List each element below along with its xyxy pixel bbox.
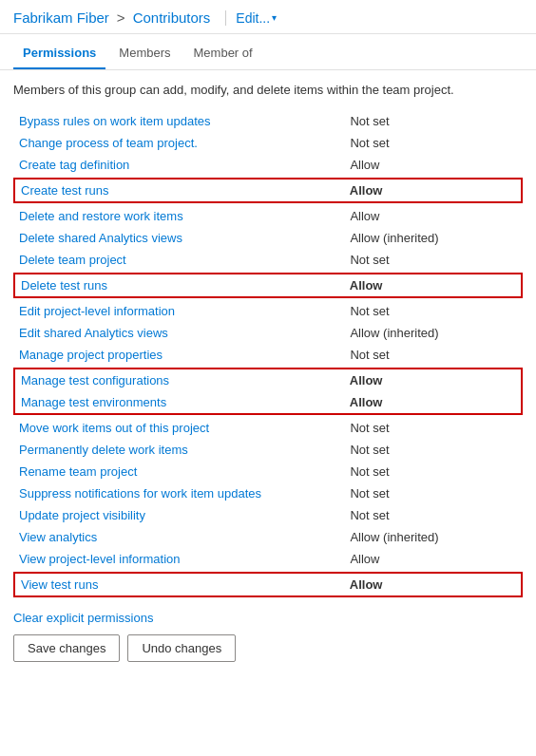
permission-value: Allow bbox=[344, 205, 523, 227]
permission-value: Not set bbox=[344, 132, 523, 154]
table-row: View project-level informationAllow bbox=[13, 548, 523, 570]
permission-name[interactable]: View project-level information bbox=[13, 548, 344, 570]
table-row: Create tag definitionAllow bbox=[13, 154, 523, 176]
group-description: Members of this group can add, modify, a… bbox=[13, 82, 523, 99]
permission-value: Not set bbox=[344, 439, 523, 461]
permission-value: Not set bbox=[344, 461, 523, 482]
table-row: Move work items out of this projectNot s… bbox=[13, 417, 523, 439]
tab-permissions[interactable]: Permissions bbox=[13, 38, 105, 69]
permission-value: Allow bbox=[344, 274, 521, 296]
breadcrumb-group[interactable]: Contributors bbox=[133, 9, 211, 26]
undo-button[interactable]: Undo changes bbox=[127, 634, 236, 662]
permission-name[interactable]: Suppress notifications for work item upd… bbox=[13, 482, 344, 504]
permission-value: Not set bbox=[344, 300, 523, 322]
header-edit-dropdown[interactable]: Edit... ▾ bbox=[225, 10, 277, 26]
permission-name[interactable]: Edit shared Analytics views bbox=[13, 322, 344, 344]
table-row: Suppress notifications for work item upd… bbox=[13, 482, 523, 504]
chevron-down-icon: ▾ bbox=[272, 12, 277, 23]
tabs-container: Permissions Members Member of bbox=[0, 38, 536, 70]
permission-name[interactable]: Create test runs bbox=[15, 180, 344, 201]
permission-value: Allow bbox=[344, 391, 521, 413]
permission-value: Allow bbox=[344, 154, 523, 176]
permission-value: Allow (inherited) bbox=[344, 322, 523, 344]
table-row: Update project visibilityNot set bbox=[13, 504, 523, 526]
table-row: Permanently delete work itemsNot set bbox=[13, 439, 523, 461]
permission-value: Allow bbox=[344, 369, 521, 391]
permission-name[interactable]: Change process of team project. bbox=[13, 132, 344, 154]
table-row: Rename team projectNot set bbox=[13, 461, 523, 482]
tab-members[interactable]: Members bbox=[109, 38, 180, 69]
edit-label: Edit... bbox=[236, 10, 270, 26]
permission-name[interactable]: Edit project-level information bbox=[13, 300, 344, 322]
permission-name[interactable]: Delete team project bbox=[13, 249, 344, 271]
table-row: Delete test runsAllow bbox=[15, 274, 521, 296]
table-row: Delete and restore work itemsAllow bbox=[13, 205, 523, 227]
permission-value: Not set bbox=[344, 344, 523, 366]
permission-name[interactable]: Delete shared Analytics views bbox=[13, 227, 344, 249]
permission-value: Not set bbox=[344, 417, 523, 439]
clear-permissions-link[interactable]: Clear explicit permissions bbox=[13, 611, 523, 625]
permission-value: Not set bbox=[344, 482, 523, 504]
table-row: Manage project propertiesNot set bbox=[13, 344, 523, 366]
permission-name[interactable]: Bypass rules on work item updates bbox=[13, 110, 344, 132]
permission-value: Allow (inherited) bbox=[344, 526, 523, 548]
table-row: View analyticsAllow (inherited) bbox=[13, 526, 523, 548]
permission-value: Not set bbox=[344, 110, 523, 132]
permission-value: Not set bbox=[344, 249, 523, 271]
breadcrumb-org[interactable]: Fabrikam Fiber bbox=[13, 9, 109, 26]
permission-name[interactable]: Move work items out of this project bbox=[13, 417, 344, 439]
permission-name[interactable]: Manage test configurations bbox=[15, 369, 344, 391]
permission-value: Allow bbox=[344, 574, 521, 595]
breadcrumb-separator: > bbox=[117, 9, 125, 26]
save-button[interactable]: Save changes bbox=[13, 634, 120, 662]
permission-name[interactable]: Manage project properties bbox=[13, 344, 344, 366]
table-row: Create test runsAllow bbox=[15, 180, 521, 201]
permission-name[interactable]: Permanently delete work items bbox=[13, 439, 344, 461]
permission-name[interactable]: View analytics bbox=[13, 526, 344, 548]
tab-member-of[interactable]: Member of bbox=[184, 38, 262, 69]
table-row: Change process of team project.Not set bbox=[13, 132, 523, 154]
permission-name[interactable]: Delete and restore work items bbox=[13, 205, 344, 227]
table-row: Manage test environmentsAllow bbox=[15, 391, 521, 413]
permission-name[interactable]: Delete test runs bbox=[15, 274, 344, 296]
action-buttons: Save changes Undo changes bbox=[13, 634, 523, 662]
permission-value: Allow (inherited) bbox=[344, 227, 523, 249]
permission-value: Not set bbox=[344, 504, 523, 526]
permission-name[interactable]: View test runs bbox=[15, 574, 344, 595]
permission-name[interactable]: Create tag definition bbox=[13, 154, 344, 176]
permission-name[interactable]: Update project visibility bbox=[13, 504, 344, 526]
permission-name[interactable]: Rename team project bbox=[13, 461, 344, 482]
table-row: Manage test configurationsAllow bbox=[15, 369, 521, 391]
permission-value: Allow bbox=[344, 548, 523, 570]
permission-name[interactable]: Manage test environments bbox=[15, 391, 344, 413]
header: Fabrikam Fiber > Contributors Edit... ▾ bbox=[0, 0, 536, 34]
table-row: View test runsAllow bbox=[15, 574, 521, 595]
table-row: Bypass rules on work item updatesNot set bbox=[13, 110, 523, 132]
table-row: Edit project-level informationNot set bbox=[13, 300, 523, 322]
main-content: Members of this group can add, modify, a… bbox=[0, 70, 536, 673]
table-row: Delete team projectNot set bbox=[13, 249, 523, 271]
table-row: Edit shared Analytics viewsAllow (inheri… bbox=[13, 322, 523, 344]
table-row: Delete shared Analytics viewsAllow (inhe… bbox=[13, 227, 523, 249]
permission-value: Allow bbox=[344, 180, 521, 201]
permissions-list: Bypass rules on work item updatesNot set… bbox=[13, 110, 523, 597]
